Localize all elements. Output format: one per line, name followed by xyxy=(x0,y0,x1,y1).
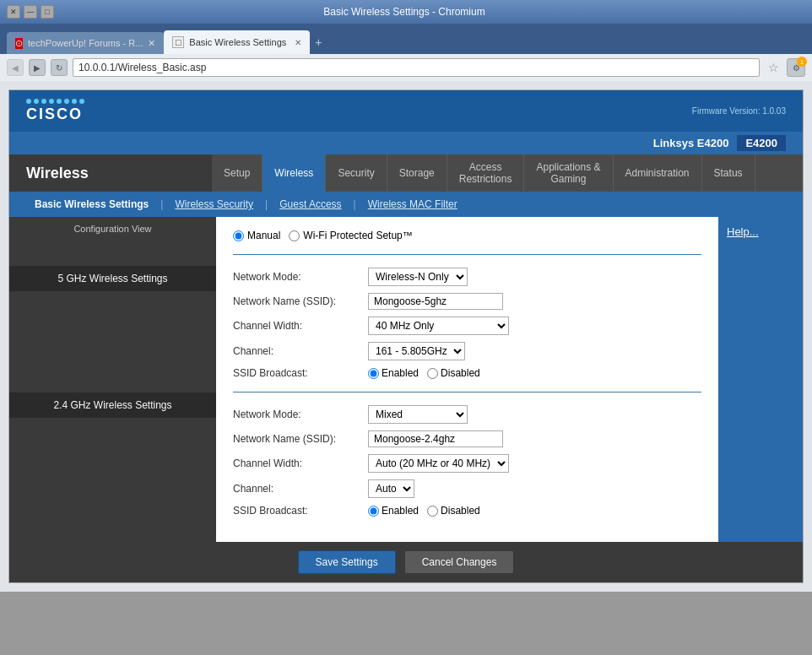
action-bar: Save Settings Cancel Changes xyxy=(9,542,803,582)
24ghz-channel-width-label: Channel Width: xyxy=(233,457,368,469)
wps-radio[interactable] xyxy=(289,230,300,241)
24ghz-ssid-disabled-label: Disabled xyxy=(441,505,480,517)
24ghz-ssid-disabled-radio[interactable] xyxy=(427,506,438,517)
5ghz-channel-control[interactable]: 161 - 5.805GHz Auto xyxy=(368,342,465,360)
5ghz-section: Network Mode: Wireless-N Only Mixed Wire… xyxy=(233,268,701,379)
mode-selection-row: Manual Wi-Fi Protected Setup™ xyxy=(233,230,701,241)
subnav-wireless-security[interactable]: Wireless Security xyxy=(166,192,262,217)
nav-setup[interactable]: Setup xyxy=(212,154,263,192)
5ghz-ssid-enabled-option[interactable]: Enabled xyxy=(368,367,419,379)
24ghz-channel-control[interactable]: Auto 1 2 6 11 xyxy=(368,479,414,498)
5ghz-ssid-broadcast-label: SSID Broadcast: xyxy=(233,367,368,379)
nav-administration[interactable]: Administration xyxy=(614,154,702,192)
5ghz-ssid-broadcast-control: Enabled Disabled xyxy=(368,367,480,379)
24ghz-channel-width-select[interactable]: Auto (20 MHz or 40 MHz) 40 MHz Only 20 M… xyxy=(368,454,509,473)
wps-option[interactable]: Wi-Fi Protected Setup™ xyxy=(289,230,412,241)
5ghz-ssid-enabled-radio[interactable] xyxy=(368,368,379,379)
5ghz-channel-row: Channel: 161 - 5.805GHz Auto xyxy=(233,342,701,360)
config-view-label: Configuration View xyxy=(9,217,216,241)
subnav-guest-access[interactable]: Guest Access xyxy=(271,192,349,217)
window-minimize-btn[interactable]: — xyxy=(24,5,37,19)
browser-content: CISCO Firmware Version: 1.0.03 Linksys E… xyxy=(0,81,812,592)
manual-option[interactable]: Manual xyxy=(233,230,280,241)
back-btn[interactable]: ◀ xyxy=(7,59,24,76)
cisco-dot-4 xyxy=(49,99,54,104)
cisco-brand-text: CISCO xyxy=(26,106,84,123)
nav-applications-gaming[interactable]: Applications &Gaming xyxy=(524,154,613,192)
24ghz-channel-select[interactable]: Auto 1 2 6 11 xyxy=(368,479,414,498)
5ghz-ssid-control[interactable] xyxy=(368,293,503,310)
5ghz-channel-select[interactable]: 161 - 5.805GHz Auto xyxy=(368,342,465,360)
24ghz-channel-width-control[interactable]: Auto (20 MHz or 40 MHz) 40 MHz Only 20 M… xyxy=(368,454,509,473)
24ghz-ssid-enabled-option[interactable]: Enabled xyxy=(368,505,419,517)
24ghz-ssid-label: Network Name (SSID): xyxy=(233,433,368,445)
nav-access-restrictions[interactable]: AccessRestrictions xyxy=(447,154,525,192)
5ghz-ssid-disabled-label: Disabled xyxy=(441,367,480,379)
main-content: Manual Wi-Fi Protected Setup™ Network Mo… xyxy=(216,217,718,542)
tools-badge: 1 xyxy=(797,57,807,67)
sidebar: Configuration View 5 GHz Wireless Settin… xyxy=(9,217,216,542)
cisco-logo: CISCO xyxy=(26,99,84,123)
24ghz-ssid-input[interactable] xyxy=(368,430,503,447)
24ghz-network-mode-control[interactable]: Mixed Wireless-N Only Wireless-G Only Di… xyxy=(368,405,468,424)
window-controls[interactable]: ✕ — □ xyxy=(7,5,54,19)
subnav-mac-filter[interactable]: Wireless MAC Filter xyxy=(360,192,466,217)
cisco-dot-1 xyxy=(26,99,31,104)
bookmark-star-icon[interactable]: ☆ xyxy=(765,59,782,76)
subnav-basic-wireless[interactable]: Basic Wireless Settings xyxy=(26,192,157,217)
cisco-dot-6 xyxy=(64,99,69,104)
manual-radio[interactable] xyxy=(233,230,244,241)
5ghz-ssid-enabled-label: Enabled xyxy=(382,367,419,379)
tab2-close[interactable]: ✕ xyxy=(295,38,301,47)
reload-btn[interactable]: ↻ xyxy=(51,59,68,76)
5ghz-ssid-broadcast-row: SSID Broadcast: Enabled Disabled xyxy=(233,367,701,379)
5ghz-ssid-disabled-option[interactable]: Disabled xyxy=(427,367,480,379)
24ghz-network-mode-label: Network Mode: xyxy=(233,409,368,420)
tools-btn[interactable]: ⚙ 1 xyxy=(787,58,805,77)
24ghz-ssid-row: Network Name (SSID): xyxy=(233,430,701,447)
window-maximize-btn[interactable]: □ xyxy=(41,5,54,19)
5ghz-network-mode-control[interactable]: Wireless-N Only Mixed Wireless-G Only Di… xyxy=(368,268,468,286)
cisco-dot-5 xyxy=(57,99,62,104)
5ghz-ssid-label: Network Name (SSID): xyxy=(233,295,368,307)
save-settings-button[interactable]: Save Settings xyxy=(298,550,396,574)
forward-btn[interactable]: ▶ xyxy=(29,59,46,76)
title-bar: ✕ — □ Basic Wireless Settings - Chromium xyxy=(0,0,812,24)
24ghz-ssid-broadcast-label: SSID Broadcast: xyxy=(233,505,368,517)
24ghz-ssid-broadcast-row: SSID Broadcast: Enabled Disabled xyxy=(233,505,701,517)
5ghz-ssid-input[interactable] xyxy=(368,293,503,310)
24ghz-channel-label: Channel: xyxy=(233,483,368,495)
cancel-changes-button[interactable]: Cancel Changes xyxy=(404,550,515,574)
device-model: E4200 xyxy=(737,135,786,151)
5ghz-network-mode-row: Network Mode: Wireless-N Only Mixed Wire… xyxy=(233,268,701,286)
tab1-label: techPowerUp! Forums - R... xyxy=(28,38,143,48)
address-input[interactable] xyxy=(73,58,760,77)
sidebar-5ghz-label: 5 GHz Wireless Settings xyxy=(9,266,216,291)
5ghz-channel-width-select[interactable]: 40 MHz Only Auto (20 MHz or 40 MHz) 20 M… xyxy=(368,317,509,335)
nav-security[interactable]: Security xyxy=(326,154,387,192)
24ghz-channel-row: Channel: Auto 1 2 6 11 xyxy=(233,479,701,498)
5ghz-network-mode-select[interactable]: Wireless-N Only Mixed Wireless-G Only Di… xyxy=(368,268,468,286)
5ghz-ssid-disabled-radio[interactable] xyxy=(427,368,438,379)
5ghz-channel-width-control[interactable]: 40 MHz Only Auto (20 MHz or 40 MHz) 20 M… xyxy=(368,317,509,335)
browser-tab-1[interactable]: ⊙ techPowerUp! Forums - R... ✕ xyxy=(7,32,164,54)
24ghz-ssid-disabled-option[interactable]: Disabled xyxy=(427,505,480,517)
24ghz-network-mode-select[interactable]: Mixed Wireless-N Only Wireless-G Only Di… xyxy=(368,405,468,424)
cisco-header: CISCO Firmware Version: 1.0.03 xyxy=(9,90,803,132)
cisco-dot-2 xyxy=(34,99,39,104)
24ghz-section: Network Mode: Mixed Wireless-N Only Wire… xyxy=(233,405,701,517)
tab-bar: ⊙ techPowerUp! Forums - R... ✕ □ Basic W… xyxy=(0,24,812,54)
5ghz-network-mode-label: Network Mode: xyxy=(233,271,368,283)
nav-wireless[interactable]: Wireless xyxy=(263,154,326,192)
browser-tab-2[interactable]: □ Basic Wireless Settings ✕ xyxy=(164,30,310,54)
tab1-close[interactable]: ✕ xyxy=(148,38,155,49)
24ghz-ssid-control[interactable] xyxy=(368,430,503,447)
main-nav: Wireless Setup Wireless Security Storage… xyxy=(9,154,803,192)
nav-status[interactable]: Status xyxy=(702,154,755,192)
new-tab-btn[interactable]: + xyxy=(310,30,327,54)
window-close-btn[interactable]: ✕ xyxy=(7,5,20,19)
24ghz-ssid-enabled-radio[interactable] xyxy=(368,506,379,517)
help-link[interactable]: Help... xyxy=(727,225,759,238)
nav-storage[interactable]: Storage xyxy=(387,154,447,192)
5ghz-channel-width-label: Channel Width: xyxy=(233,320,368,332)
